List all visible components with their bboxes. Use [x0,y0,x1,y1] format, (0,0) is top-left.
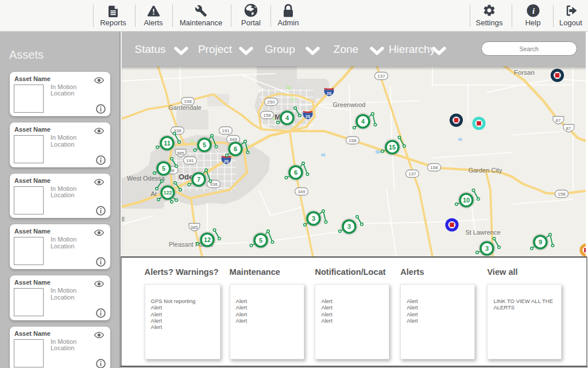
svg-text:158: 158 [184,99,192,104]
svg-text:349: 349 [297,189,305,194]
svg-text:11: 11 [164,140,171,147]
svg-text:87: 87 [556,118,561,123]
svg-text:5: 5 [162,165,165,172]
svg-text:9: 9 [539,239,542,246]
svg-text:385: 385 [190,225,198,230]
svg-text:250: 250 [267,99,275,105]
svg-text:Ar: Ar [151,190,157,197]
svg-text:137: 137 [408,171,416,177]
svg-text:122: 122 [163,190,172,195]
svg-text:385: 385 [176,151,184,156]
svg-text:15: 15 [389,144,396,151]
svg-text:5: 5 [259,237,262,244]
svg-text:7: 7 [197,176,200,183]
svg-text:191: 191 [222,128,230,133]
svg-text:191: 191 [186,158,194,163]
svg-text:20: 20 [327,91,331,96]
svg-text:20: 20 [305,114,310,119]
svg-text:158: 158 [349,138,357,143]
svg-text:West Odessa: West Odessa [127,175,165,182]
svg-text:87: 87 [566,126,571,131]
svg-text:4: 4 [285,114,289,121]
svg-text:5: 5 [203,141,206,148]
svg-text:3: 3 [312,215,315,222]
svg-text:12: 12 [204,236,211,243]
svg-text:3: 3 [347,223,351,230]
svg-text:158: 158 [558,191,566,197]
svg-text:137: 137 [377,74,385,79]
svg-text:3: 3 [485,245,489,252]
svg-text:Greenwood: Greenwood [333,101,366,108]
svg-text:6: 6 [294,169,297,176]
svg-text:4: 4 [361,118,365,125]
svg-text:6: 6 [234,145,237,152]
svg-text:St Lawrence: St Lawrence [465,229,500,236]
svg-text:10: 10 [463,197,470,204]
svg-text:158: 158 [263,113,271,118]
svg-text:20: 20 [224,159,229,164]
svg-text:Garden City: Garden City [469,167,502,174]
svg-text:158: 158 [430,165,438,170]
